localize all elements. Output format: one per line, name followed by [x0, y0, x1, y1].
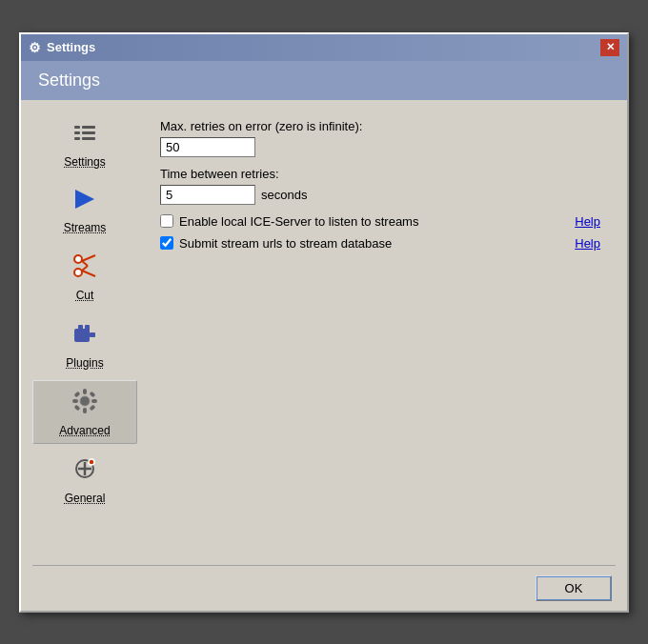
time-between-row: Time between retries: seconds [160, 167, 600, 205]
svg-line-10 [82, 271, 95, 276]
svg-marker-6 [75, 190, 94, 209]
svg-rect-0 [74, 126, 80, 129]
cut-label: Cut [76, 289, 94, 302]
page-title: Settings [21, 61, 627, 100]
svg-rect-20 [72, 399, 78, 403]
svg-rect-22 [73, 391, 80, 397]
seconds-label: seconds [261, 188, 307, 202]
title-icon: ⚙ [29, 40, 41, 55]
submit-help-link[interactable]: Help [575, 236, 600, 251]
svg-rect-14 [78, 325, 83, 331]
svg-line-11 [82, 261, 88, 266]
svg-rect-19 [83, 408, 87, 413]
sidebar: Settings Streams [32, 111, 137, 546]
ice-server-row: Enable local ICE-Server to listen to str… [160, 214, 600, 229]
ice-help-link[interactable]: Help [575, 214, 600, 229]
svg-rect-3 [82, 126, 95, 129]
streams-icon [70, 186, 100, 217]
plugins-icon [71, 319, 99, 352]
svg-rect-23 [89, 391, 95, 397]
svg-rect-15 [85, 325, 90, 331]
sidebar-item-advanced[interactable]: Advanced [32, 380, 137, 444]
sidebar-item-settings[interactable]: Settings [32, 111, 137, 175]
svg-rect-24 [73, 404, 80, 411]
svg-point-7 [74, 269, 82, 276]
svg-point-17 [80, 396, 90, 406]
sidebar-item-streams[interactable]: Streams [32, 179, 137, 241]
window-title: Settings [47, 40, 95, 54]
time-between-label: Time between retries: [160, 167, 600, 181]
footer: OK [21, 566, 627, 611]
close-button[interactable]: ✕ [600, 39, 619, 56]
submit-streams-checkbox[interactable] [160, 236, 173, 250]
svg-rect-13 [74, 329, 90, 342]
settings-label: Settings [64, 155, 105, 169]
sidebar-item-general[interactable]: General [32, 448, 137, 512]
cut-icon [71, 252, 99, 285]
svg-line-12 [82, 266, 88, 271]
svg-rect-4 [82, 131, 95, 134]
submit-streams-row: Submit stream urls to stream database He… [160, 236, 600, 251]
svg-rect-25 [89, 404, 95, 411]
ice-server-checkbox[interactable] [160, 214, 173, 228]
time-between-input[interactable] [160, 185, 255, 205]
submit-streams-label: Submit stream urls to stream database [179, 236, 575, 251]
main-content: Settings Streams [21, 100, 627, 557]
advanced-icon [71, 387, 99, 420]
settings-panel: Max. retries on error (zero is infinite)… [145, 111, 616, 546]
max-retries-row: Max. retries on error (zero is infinite)… [160, 119, 600, 157]
settings-window: ⚙ Settings ✕ Settings Set [19, 32, 629, 613]
svg-point-8 [74, 255, 82, 263]
streams-label: Streams [64, 221, 107, 234]
svg-rect-2 [74, 137, 80, 140]
svg-line-9 [82, 255, 95, 261]
ok-button[interactable]: OK [536, 575, 612, 601]
time-between-inline: seconds [160, 185, 600, 205]
sidebar-item-cut[interactable]: Cut [32, 245, 137, 309]
svg-point-29 [89, 459, 94, 465]
ice-server-label: Enable local ICE-Server to listen to str… [179, 214, 575, 229]
svg-rect-5 [82, 137, 95, 140]
svg-rect-1 [74, 131, 80, 134]
sidebar-item-plugins[interactable]: Plugins [32, 312, 137, 376]
max-retries-input[interactable] [160, 137, 255, 157]
titlebar-left: ⚙ Settings [29, 40, 95, 55]
svg-rect-21 [91, 399, 97, 403]
plugins-label: Plugins [66, 356, 103, 370]
svg-rect-18 [83, 389, 87, 394]
general-icon [71, 454, 99, 488]
max-retries-label: Max. retries on error (zero is infinite)… [160, 119, 600, 133]
titlebar: ⚙ Settings ✕ [21, 34, 627, 61]
general-label: General [65, 492, 106, 505]
settings-icon [71, 118, 99, 151]
svg-rect-16 [90, 332, 95, 337]
advanced-label: Advanced [59, 424, 110, 437]
